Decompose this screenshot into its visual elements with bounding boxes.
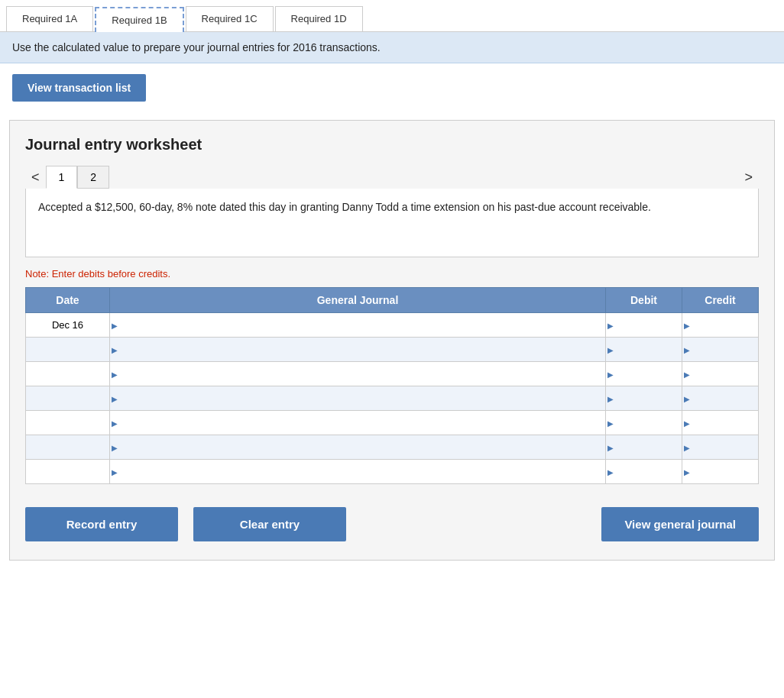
debit-cell — [606, 411, 682, 435]
table-row — [26, 460, 759, 484]
worksheet-container: Journal entry worksheet < 1 2 > Accepted… — [9, 120, 775, 561]
date-cell — [26, 411, 110, 435]
journal-cell — [110, 313, 606, 338]
journal-input[interactable] — [110, 338, 605, 361]
debit-cell — [606, 362, 682, 386]
debit-input[interactable] — [606, 411, 682, 435]
date-cell — [26, 362, 110, 386]
ws-tabs-row: < 1 2 > — [25, 166, 759, 189]
date-input[interactable] — [32, 386, 103, 410]
journal-cell — [110, 435, 606, 460]
journal-input[interactable] — [110, 411, 605, 435]
bottom-buttons: Record entry Clear entry View general jo… — [25, 499, 759, 545]
col-header-journal: General Journal — [110, 288, 606, 313]
credit-cell — [682, 362, 759, 386]
journal-cell — [110, 338, 606, 362]
debit-input[interactable] — [606, 362, 682, 386]
date-input[interactable] — [32, 362, 103, 386]
debit-input[interactable] — [606, 435, 682, 459]
date-cell — [26, 338, 110, 362]
debit-cell — [606, 460, 682, 484]
ws-tab-1[interactable]: 1 — [46, 166, 78, 189]
note-text: Note: Enter debits before credits. — [25, 268, 759, 280]
credit-input[interactable] — [682, 313, 758, 337]
date-cell — [26, 435, 110, 460]
date-cell — [26, 460, 110, 484]
table-row — [26, 386, 759, 411]
ws-nav-right[interactable]: > — [738, 166, 759, 189]
journal-cell — [110, 411, 606, 435]
tab-req1d[interactable]: Required 1D — [275, 6, 363, 31]
info-bar: Use the calculated value to prepare your… — [0, 32, 784, 63]
col-header-credit: Credit — [682, 288, 759, 313]
journal-cell — [110, 460, 606, 484]
table-row — [26, 435, 759, 460]
journal-input[interactable] — [110, 313, 605, 337]
journal-input[interactable] — [110, 386, 605, 410]
date-input[interactable] — [32, 338, 103, 361]
col-header-date: Date — [26, 288, 110, 313]
debit-cell — [606, 386, 682, 411]
debit-cell — [606, 313, 682, 338]
debit-input[interactable] — [606, 386, 682, 410]
ws-nav-left[interactable]: < — [25, 166, 46, 189]
clear-entry-button[interactable]: Clear entry — [193, 507, 346, 541]
journal-input[interactable] — [110, 460, 605, 483]
table-row — [26, 411, 759, 435]
credit-cell — [682, 338, 759, 362]
journal-cell — [110, 362, 606, 386]
journal-input[interactable] — [110, 435, 605, 459]
info-bar-text: Use the calculated value to prepare your… — [12, 41, 381, 53]
debit-input[interactable] — [606, 460, 682, 483]
credit-cell — [682, 460, 759, 484]
date-input[interactable] — [32, 435, 103, 459]
debit-input[interactable] — [606, 313, 682, 337]
description-text: Accepted a $12,500, 60-day, 8% note date… — [38, 201, 651, 213]
credit-cell — [682, 313, 759, 338]
view-general-journal-button[interactable]: View general journal — [601, 507, 759, 541]
debit-input[interactable] — [606, 338, 682, 361]
date-cell — [26, 386, 110, 411]
credit-input[interactable] — [682, 362, 758, 386]
date-input[interactable] — [32, 411, 103, 435]
journal-input[interactable] — [110, 362, 605, 386]
credit-input[interactable] — [682, 460, 758, 483]
tab-req1a[interactable]: Required 1A — [6, 6, 93, 31]
date-input[interactable] — [32, 460, 103, 483]
journal-table: Date General Journal Debit Credit Dec 16 — [25, 287, 759, 484]
table-row — [26, 338, 759, 362]
credit-input[interactable] — [682, 386, 758, 410]
ws-tab-2[interactable]: 2 — [77, 166, 109, 189]
credit-input[interactable] — [682, 338, 758, 361]
description-box: Accepted a $12,500, 60-day, 8% note date… — [25, 189, 759, 257]
debit-cell — [606, 338, 682, 362]
record-entry-button[interactable]: Record entry — [25, 507, 178, 541]
worksheet-title: Journal entry worksheet — [25, 136, 759, 153]
table-row — [26, 362, 759, 386]
credit-input[interactable] — [682, 435, 758, 459]
debit-cell — [606, 435, 682, 460]
view-transaction-button[interactable]: View transaction list — [12, 74, 146, 102]
journal-cell — [110, 386, 606, 411]
credit-cell — [682, 411, 759, 435]
col-header-debit: Debit — [606, 288, 682, 313]
tabs-bar: Required 1A Required 1B Required 1C Requ… — [0, 0, 784, 32]
credit-cell — [682, 386, 759, 411]
date-cell: Dec 16 — [26, 313, 110, 338]
tab-req1b[interactable]: Required 1B — [95, 7, 183, 32]
tab-req1c[interactable]: Required 1C — [186, 6, 274, 31]
table-row: Dec 16 — [26, 313, 759, 338]
credit-cell — [682, 435, 759, 460]
credit-input[interactable] — [682, 411, 758, 435]
